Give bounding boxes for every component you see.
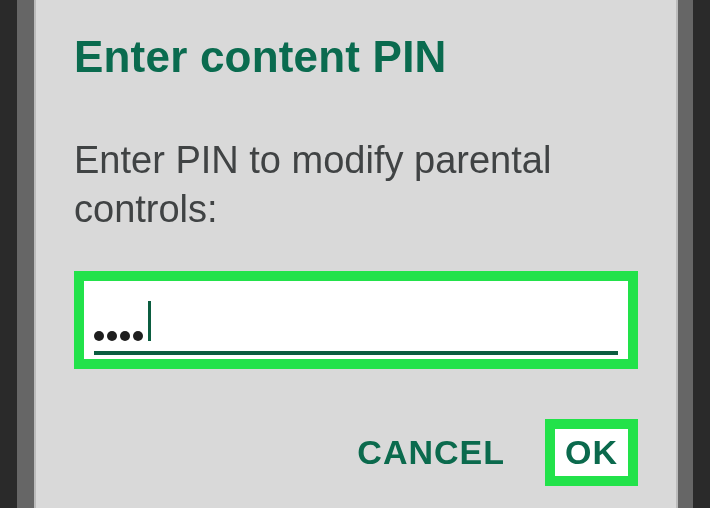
highlight-ok-button: OK — [545, 419, 638, 486]
dialog-message: Enter PIN to modify parental controls: — [74, 136, 638, 233]
dialog-actions: CANCEL OK — [74, 419, 638, 486]
text-cursor-icon — [148, 301, 151, 341]
pin-dot-icon — [120, 331, 130, 341]
pin-dot-icon — [107, 331, 117, 341]
status-bar-left — [0, 0, 17, 508]
pin-input[interactable] — [84, 281, 628, 359]
dialog-title: Enter content PIN — [74, 32, 638, 82]
pin-dialog: Enter content PIN Enter PIN to modify pa… — [36, 0, 676, 508]
status-bar-right — [693, 0, 710, 508]
pin-dot-icon — [94, 331, 104, 341]
input-underline — [94, 351, 618, 355]
highlight-pin-input — [74, 271, 638, 369]
pin-dot-icon — [133, 331, 143, 341]
ok-button[interactable]: OK — [555, 429, 628, 476]
pin-value-masked — [94, 303, 618, 341]
cancel-button[interactable]: CANCEL — [357, 433, 505, 472]
